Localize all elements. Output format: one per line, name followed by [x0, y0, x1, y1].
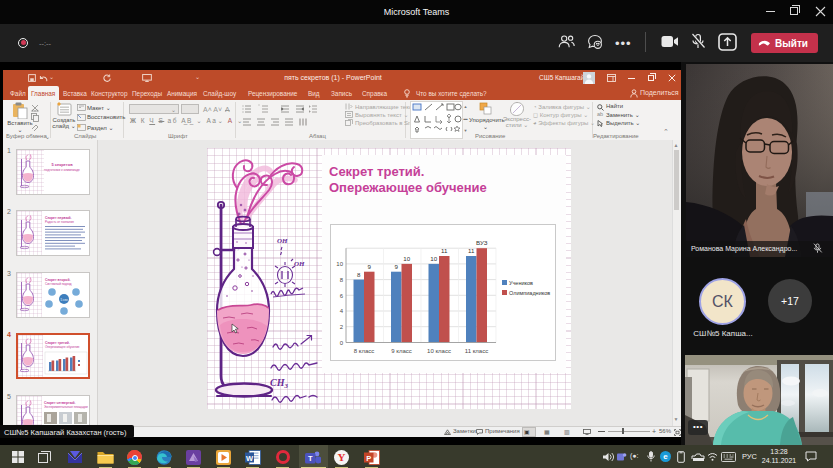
svg-text:4: 4 — [340, 308, 344, 314]
svg-text:OH: OH — [277, 237, 288, 245]
svg-text:T: T — [308, 454, 313, 463]
svg-text:2: 2 — [340, 324, 344, 330]
svg-text:Системный подход: Системный подход — [45, 282, 72, 286]
svg-text:P: P — [366, 454, 371, 463]
svg-text:Олимпиадников: Олимпиадников — [509, 290, 550, 296]
svg-text:8: 8 — [357, 271, 361, 278]
svg-text:5 секретов: 5 секретов — [51, 162, 73, 167]
svg-text:10: 10 — [430, 255, 437, 262]
svg-text:Учеников: Учеников — [509, 280, 533, 286]
svg-text:подготовки к олимпиаде: подготовки к олимпиаде — [44, 168, 80, 172]
svg-text:10 класс: 10 класс — [427, 348, 451, 354]
svg-text:CH3: CH3 — [270, 377, 288, 390]
svg-text:ВУЗ: ВУЗ — [476, 239, 488, 246]
svg-text:Опережающее обучение: Опережающее обучение — [45, 345, 80, 349]
svg-text:Экспериментальные площадки: Экспериментальные площадки — [44, 405, 88, 409]
svg-text:9 класс: 9 класс — [391, 348, 412, 354]
svg-text:9: 9 — [367, 263, 371, 270]
svg-text:10: 10 — [336, 261, 343, 267]
svg-text:9: 9 — [394, 263, 398, 270]
svg-text:11: 11 — [441, 247, 448, 254]
svg-text:5 сек: 5 сек — [61, 298, 69, 302]
svg-text:6: 6 — [340, 293, 344, 299]
svg-text:0: 0 — [340, 340, 344, 346]
svg-text:11: 11 — [468, 247, 475, 254]
svg-text:8: 8 — [340, 277, 344, 283]
svg-text:10: 10 — [403, 255, 410, 262]
svg-text:W: W — [246, 454, 254, 463]
svg-text:OH: OH — [294, 260, 305, 268]
svg-text:Радость от познания: Радость от познания — [45, 220, 74, 224]
svg-text:8 класс: 8 класс — [354, 348, 375, 354]
svg-text:11 класс: 11 класс — [465, 348, 488, 354]
